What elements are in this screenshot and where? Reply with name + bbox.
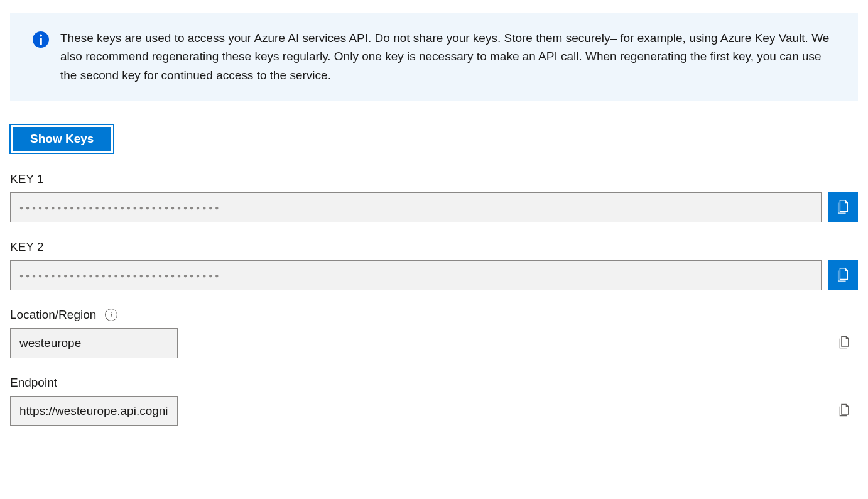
copy-key1-button[interactable] (828, 192, 858, 222)
info-banner-text: These keys are used to access your Azure… (60, 29, 835, 84)
copy-key2-button[interactable] (828, 260, 858, 290)
key2-field-group: KEY 2 (10, 240, 858, 290)
endpoint-label: Endpoint (10, 376, 858, 390)
key1-field-group: KEY 1 (10, 172, 858, 222)
svg-point-0 (40, 35, 42, 37)
info-hint-icon[interactable]: i (105, 309, 117, 321)
show-keys-button[interactable]: Show Keys (13, 127, 111, 151)
key1-label: KEY 1 (10, 172, 858, 186)
location-field-group: Location/Region i (10, 308, 858, 358)
key2-input[interactable] (10, 260, 822, 290)
endpoint-field-group: Endpoint (10, 376, 858, 426)
key2-label: KEY 2 (10, 240, 858, 254)
location-label: Location/Region i (10, 308, 858, 322)
svg-rect-1 (40, 38, 42, 45)
copy-location-button[interactable] (838, 335, 850, 352)
copy-icon (838, 341, 850, 352)
info-icon (33, 31, 49, 48)
info-banner: These keys are used to access your Azure… (10, 13, 858, 101)
location-input[interactable] (10, 328, 178, 358)
copy-icon (838, 409, 850, 420)
copy-icon (836, 199, 850, 217)
key1-input[interactable] (10, 192, 822, 222)
endpoint-input[interactable] (10, 396, 178, 426)
location-label-text: Location/Region (10, 308, 96, 322)
copy-icon (836, 266, 850, 285)
copy-endpoint-button[interactable] (838, 403, 850, 420)
